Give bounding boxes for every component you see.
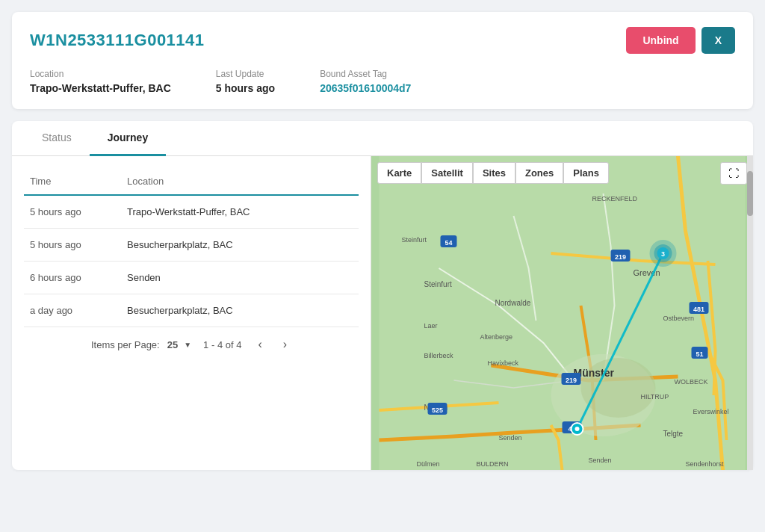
bound-asset-value[interactable]: 20635f01610004d7 (320, 82, 411, 94)
col-location: Location (121, 168, 359, 195)
row-location: Besucherparkplatz, BAC (121, 294, 359, 327)
map-scrollbar[interactable] (747, 156, 753, 470)
page-info: 1 - 4 of 4 (203, 339, 241, 350)
svg-text:51: 51 (696, 350, 703, 358)
svg-text:3: 3 (661, 250, 665, 258)
map-tab-sites[interactable]: Sites (473, 162, 515, 184)
map-tab-karte[interactable]: Karte (377, 162, 421, 184)
svg-text:219: 219 (615, 253, 626, 261)
top-card-header: W1N2533111G001141 Unbind X (30, 27, 735, 54)
row-time: 5 hours ago (24, 229, 121, 262)
tabs-container: Status Journey (12, 121, 753, 156)
items-per-page: Items per Page: 25 ▼ (91, 339, 191, 350)
svg-text:Laer: Laer (424, 322, 438, 330)
map-background: Münster Greven Nordwalde Steinfurt Telgt… (371, 156, 753, 470)
row-location: Besucherparkplatz, BAC (121, 229, 359, 262)
dropdown-icon[interactable]: ▼ (184, 341, 191, 349)
top-card: W1N2533111G001141 Unbind X Location Trap… (12, 12, 753, 109)
svg-text:Steinfurt: Steinfurt (424, 280, 452, 288)
row-location: Senden (121, 262, 359, 294)
journey-table-side: Time Location 5 hours ago Trapo-Werkstat… (12, 156, 371, 470)
svg-text:Billerbeck: Billerbeck (424, 352, 454, 359)
map-controls: Karte Satellit Sites Zones Plans (377, 162, 609, 184)
location-value: Trapo-Werkstatt-Puffer, BAC (30, 82, 171, 94)
map-fullscreen-button[interactable]: ⛶ (720, 162, 747, 185)
svg-text:Sendenhorst: Sendenhorst (686, 460, 725, 468)
table-row: 6 hours ago Senden (24, 262, 359, 294)
map-scrollbar-thumb[interactable] (747, 171, 753, 216)
svg-text:481: 481 (693, 306, 704, 313)
last-update-value: 5 hours ago (216, 82, 275, 94)
bound-asset-label: Bound Asset Tag (320, 69, 411, 79)
map-side: Münster Greven Nordwalde Steinfurt Telgt… (371, 156, 753, 470)
svg-text:219: 219 (566, 377, 577, 384)
main-content: Time Location 5 hours ago Trapo-Werkstat… (12, 156, 753, 470)
col-time: Time (24, 168, 121, 195)
svg-text:WOLBECK: WOLBECK (675, 378, 708, 386)
items-per-page-label: Items per Page: (91, 339, 160, 350)
items-per-page-value: 25 (167, 339, 178, 350)
prev-page-button[interactable]: ‹ (253, 336, 266, 353)
svg-text:Telgte: Telgte (663, 430, 684, 438)
btn-group: Unbind X (626, 27, 735, 54)
svg-text:Nordwalde: Nordwalde (495, 299, 531, 307)
svg-text:RECKENFELD: RECKENFELD (592, 195, 638, 202)
svg-text:BULDERN: BULDERN (477, 460, 509, 468)
svg-text:Altenberge: Altenberge (480, 333, 513, 341)
table-row: a day ago Besucherparkplatz, BAC (24, 294, 359, 327)
svg-text:525: 525 (432, 406, 443, 414)
svg-text:54: 54 (445, 239, 452, 247)
map-container: Münster Greven Nordwalde Steinfurt Telgt… (371, 156, 753, 470)
close-button[interactable]: X (701, 27, 735, 54)
row-location: Trapo-Werkstatt-Puffer, BAC (121, 195, 359, 229)
svg-text:Steinfurt: Steinfurt (402, 236, 427, 244)
last-update-info: Last Update 5 hours ago (216, 69, 275, 94)
map-tab-plans[interactable]: Plans (563, 162, 609, 184)
row-time: 6 hours ago (24, 262, 121, 294)
svg-point-46 (575, 427, 580, 431)
table-row: 5 hours ago Besucherparkplatz, BAC (24, 229, 359, 262)
location-label: Location (30, 69, 171, 79)
pagination-row: Items per Page: 25 ▼ 1 - 4 of 4 ‹ › (24, 327, 359, 363)
svg-text:HILTRUP: HILTRUP (641, 393, 669, 400)
next-page-button[interactable]: › (279, 336, 291, 353)
svg-text:Havixbeck: Havixbeck (488, 359, 519, 367)
svg-text:Senden: Senden (499, 434, 522, 442)
map-tab-satellit[interactable]: Satellit (421, 162, 473, 184)
svg-text:Senden: Senden (589, 457, 612, 464)
page-container: W1N2533111G001141 Unbind X Location Trap… (0, 0, 765, 532)
row-time: a day ago (24, 294, 121, 327)
location-info: Location Trapo-Werkstatt-Puffer, BAC (30, 69, 171, 94)
unbind-button[interactable]: Unbind (626, 27, 695, 54)
table-row: 5 hours ago Trapo-Werkstatt-Puffer, BAC (24, 195, 359, 229)
map-tab-zones[interactable]: Zones (515, 162, 563, 184)
tab-status[interactable]: Status (24, 121, 90, 156)
svg-text:Ostbevern: Ostbevern (663, 315, 695, 322)
svg-text:Dülmen: Dülmen (417, 460, 440, 468)
bound-asset-info: Bound Asset Tag 20635f01610004d7 (320, 69, 411, 94)
tab-journey[interactable]: Journey (90, 121, 166, 156)
journey-table: Time Location 5 hours ago Trapo-Werkstat… (24, 168, 359, 327)
top-card-info: Location Trapo-Werkstatt-Puffer, BAC Las… (30, 69, 735, 94)
last-update-label: Last Update (216, 69, 275, 79)
svg-text:Everswinkel: Everswinkel (693, 408, 729, 415)
asset-id: W1N2533111G001141 (30, 31, 205, 50)
row-time: 5 hours ago (24, 195, 121, 229)
